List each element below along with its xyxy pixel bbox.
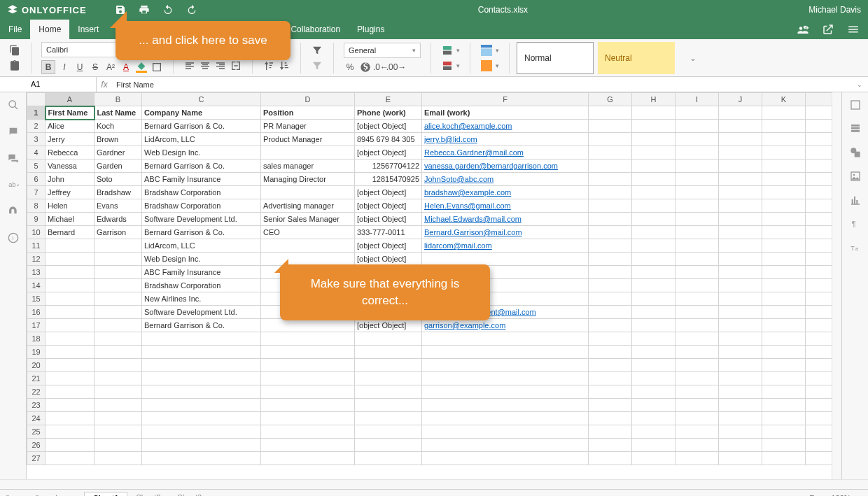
name-box[interactable] bbox=[27, 77, 97, 92]
cell[interactable] bbox=[632, 425, 676, 439]
cell[interactable] bbox=[94, 346, 142, 359]
cell[interactable] bbox=[719, 239, 762, 253]
cell[interactable] bbox=[762, 452, 806, 465]
cell[interactable] bbox=[676, 279, 719, 292]
select-all-corner[interactable] bbox=[27, 93, 46, 106]
cell[interactable] bbox=[762, 346, 806, 359]
cell[interactable] bbox=[94, 412, 142, 425]
align-right-icon[interactable] bbox=[214, 59, 227, 72]
cell[interactable] bbox=[94, 253, 142, 266]
cell[interactable] bbox=[142, 452, 261, 465]
fx-icon[interactable]: fx bbox=[97, 80, 112, 90]
cell[interactable] bbox=[632, 399, 676, 412]
cell[interactable] bbox=[589, 412, 632, 425]
cell[interactable] bbox=[762, 332, 806, 346]
cell[interactable] bbox=[762, 239, 806, 253]
cell[interactable] bbox=[142, 412, 261, 425]
table-settings-icon[interactable] bbox=[850, 123, 861, 134]
row-header[interactable]: 14 bbox=[27, 279, 46, 292]
cell[interactable] bbox=[142, 425, 261, 439]
cell[interactable] bbox=[676, 133, 719, 146]
col-header-D[interactable]: D bbox=[261, 93, 355, 106]
cell[interactable] bbox=[676, 412, 719, 425]
spellcheck-icon[interactable]: ab✓ bbox=[8, 179, 19, 190]
row-header[interactable]: 17 bbox=[27, 319, 46, 332]
row-header[interactable]: 20 bbox=[27, 359, 46, 372]
paste-icon[interactable] bbox=[8, 59, 21, 72]
cell[interactable] bbox=[355, 332, 422, 346]
cell[interactable] bbox=[676, 226, 719, 239]
cell[interactable] bbox=[94, 452, 142, 465]
cell[interactable] bbox=[46, 399, 94, 412]
row-header[interactable]: 5 bbox=[27, 160, 46, 173]
number-format-select[interactable]: General▾ bbox=[344, 43, 421, 58]
cell[interactable] bbox=[142, 332, 261, 346]
cell[interactable] bbox=[676, 173, 719, 186]
cell[interactable] bbox=[261, 346, 355, 359]
row-header[interactable]: 25 bbox=[27, 425, 46, 439]
col-header-E[interactable]: E bbox=[355, 93, 422, 106]
cell[interactable] bbox=[589, 226, 632, 239]
cell[interactable] bbox=[632, 452, 676, 465]
cell[interactable]: Alice bbox=[46, 120, 94, 133]
cell[interactable] bbox=[632, 359, 676, 372]
cell[interactable] bbox=[632, 412, 676, 425]
horizontal-scrollbar[interactable] bbox=[0, 479, 868, 489]
row-header[interactable]: 10 bbox=[27, 226, 46, 239]
share-icon[interactable] bbox=[797, 23, 809, 36]
cell[interactable] bbox=[719, 173, 762, 186]
cell[interactable]: Position bbox=[261, 106, 355, 120]
cell[interactable] bbox=[719, 332, 762, 346]
cell[interactable] bbox=[676, 199, 719, 213]
row-header[interactable]: 12 bbox=[27, 253, 46, 266]
underline-button[interactable]: U bbox=[74, 61, 86, 73]
increase-decimal-icon[interactable]: .00→ bbox=[390, 61, 402, 73]
align-left-icon[interactable] bbox=[183, 59, 196, 72]
cell[interactable] bbox=[589, 372, 632, 385]
cell[interactable] bbox=[94, 399, 142, 412]
cell[interactable] bbox=[632, 346, 676, 359]
cell[interactable] bbox=[762, 133, 806, 146]
cell[interactable] bbox=[46, 306, 94, 319]
italic-button[interactable]: I bbox=[58, 61, 71, 73]
cell[interactable]: Bernard.Garrison@mail.com bbox=[422, 226, 589, 239]
cell[interactable] bbox=[762, 372, 806, 385]
cell[interactable] bbox=[719, 425, 762, 439]
cell[interactable]: Garden bbox=[94, 160, 142, 173]
sort-desc-icon[interactable] bbox=[278, 59, 290, 72]
cell[interactable]: Bradshaw Corporation bbox=[142, 186, 261, 199]
cell[interactable] bbox=[676, 359, 719, 372]
cell[interactable]: JohnSoto@abc.com bbox=[422, 173, 589, 186]
cell[interactable] bbox=[46, 239, 94, 253]
cell[interactable] bbox=[422, 439, 589, 452]
feedback-icon[interactable] bbox=[8, 206, 19, 217]
col-header-B[interactable]: B bbox=[94, 93, 142, 106]
cell[interactable]: 12815470925 bbox=[355, 173, 422, 186]
cell[interactable] bbox=[46, 425, 94, 439]
cell[interactable] bbox=[719, 346, 762, 359]
cell[interactable] bbox=[632, 332, 676, 346]
add-sheet-button[interactable]: + bbox=[48, 492, 65, 497]
cell[interactable]: [object Object] bbox=[355, 319, 422, 332]
cell[interactable] bbox=[676, 146, 719, 160]
cell[interactable]: Web Design Inc. bbox=[142, 146, 261, 160]
cell[interactable]: Software Development Ltd. bbox=[142, 306, 261, 319]
cell[interactable] bbox=[762, 439, 806, 452]
cell[interactable] bbox=[142, 439, 261, 452]
cell[interactable]: Software Development Ltd. bbox=[142, 213, 261, 226]
cell[interactable] bbox=[355, 359, 422, 372]
cell[interactable]: Jeffrey bbox=[46, 186, 94, 199]
cell[interactable] bbox=[632, 306, 676, 319]
cell[interactable] bbox=[589, 346, 632, 359]
cell[interactable] bbox=[676, 213, 719, 226]
cell[interactable] bbox=[46, 292, 94, 306]
cell[interactable] bbox=[632, 120, 676, 133]
open-location-icon[interactable] bbox=[822, 23, 834, 36]
cell[interactable] bbox=[719, 213, 762, 226]
cell[interactable]: Web Design Inc. bbox=[142, 253, 261, 266]
cell[interactable]: Helen.Evans@gmail.com bbox=[422, 199, 589, 213]
cell[interactable] bbox=[94, 319, 142, 332]
tab-file[interactable]: File bbox=[0, 20, 30, 39]
cell[interactable] bbox=[762, 319, 806, 332]
cell[interactable] bbox=[762, 106, 806, 120]
